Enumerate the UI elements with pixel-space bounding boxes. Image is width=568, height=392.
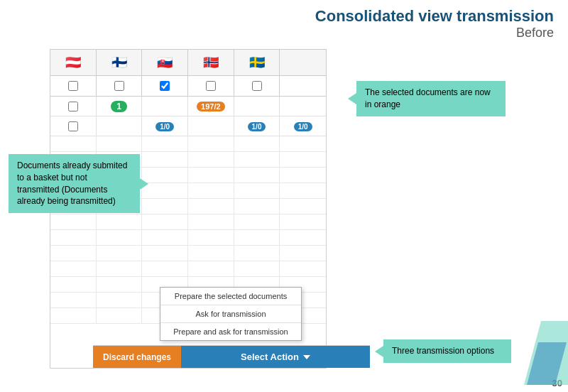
checkbox-1[interactable]	[114, 81, 124, 91]
row2-checkbox[interactable]	[68, 121, 78, 131]
discard-button[interactable]: Discard changes	[93, 346, 181, 368]
data-cell-1-3: 197/2	[188, 97, 234, 116]
data-row-2: 1/0 1/0 1/0	[50, 116, 326, 136]
badge-orange-1: 197/2	[197, 102, 225, 111]
check-cell-2	[142, 76, 188, 96]
badge-blue-2: 1/0	[248, 122, 266, 131]
check-cell-3	[188, 76, 234, 96]
callout-options-text: Three transmission options	[392, 346, 494, 356]
badge-green-1: 1	[111, 101, 127, 112]
callout-docs: Documents already submited to a basket b…	[9, 154, 140, 213]
bottom-bar: Discard changes Select Action	[93, 345, 370, 368]
dropdown-menu: Prepare the selected documents Ask for t…	[160, 287, 302, 341]
callout-arrow-options	[375, 346, 383, 357]
badge-blue-3: 1/0	[294, 122, 312, 131]
select-action-button[interactable]: Select Action	[181, 346, 370, 368]
empty-row-7	[50, 230, 326, 246]
data-cell-2-2: 1/0	[142, 116, 188, 136]
data-cell-1-5	[280, 97, 326, 116]
checkbox-2[interactable]	[160, 81, 170, 91]
data-cell-2-3	[188, 116, 234, 136]
flag-cell-5: 🇸🇪	[234, 50, 280, 75]
check-cell-1	[97, 76, 143, 96]
content-area: 🇦🇹 🇫🇮 🇸🇰 🇳🇴 🇸🇪	[0, 49, 568, 392]
flag-cell-4: 🇳🇴	[188, 50, 234, 75]
data-cell-2-0	[50, 116, 97, 136]
empty-row-9	[50, 261, 326, 277]
empty-row-1	[50, 136, 326, 152]
empty-row-8	[50, 246, 326, 261]
check-cell-0	[50, 76, 97, 96]
callout-orange: The selected documents are now in orange	[356, 81, 506, 116]
corner-decoration	[511, 321, 568, 392]
check-cell-4	[234, 76, 280, 96]
check-cell-5	[280, 76, 326, 96]
title-area: Consolidated view transmission Before	[0, 0, 568, 43]
checkbox-4[interactable]	[252, 81, 262, 91]
flag-cell-1: 🇦🇹	[50, 50, 97, 75]
data-cell-1-2	[142, 97, 188, 116]
data-cell-1-1: 1	[97, 97, 143, 116]
data-cell-1-4	[234, 97, 280, 116]
dropdown-item-3[interactable]: Prepare and ask for transmission	[160, 323, 301, 340]
callout-docs-text: Documents already submited to a basket b…	[17, 160, 127, 206]
callout-arrow-docs	[140, 178, 148, 190]
dropdown-item-1[interactable]: Prepare the selected documents	[160, 288, 301, 305]
checkbox-0[interactable]	[68, 81, 78, 91]
data-cell-2-4: 1/0	[234, 116, 280, 136]
flag-header-row: 🇦🇹 🇫🇮 🇸🇰 🇳🇴 🇸🇪	[50, 50, 326, 76]
empty-row-6	[50, 214, 326, 230]
checkbox-row	[50, 76, 326, 97]
flag-cell-3: 🇸🇰	[142, 50, 188, 75]
data-cell-2-1	[97, 116, 143, 136]
checkbox-3[interactable]	[206, 81, 216, 91]
callout-options: Three transmission options	[383, 339, 511, 363]
callout-arrow-orange	[348, 93, 356, 104]
callout-orange-text: The selected documents are now in orange	[365, 87, 491, 109]
data-cell-2-5: 1/0	[280, 116, 326, 136]
dropdown-item-2[interactable]: Ask for transmission	[160, 305, 301, 323]
flag-cell-6	[280, 50, 326, 75]
chevron-down-icon	[303, 355, 310, 359]
row1-checkbox[interactable]	[68, 102, 78, 111]
flag-cell-2: 🇫🇮	[97, 50, 143, 75]
select-action-label: Select Action	[241, 352, 299, 362]
badge-blue-1: 1/0	[155, 122, 174, 131]
data-row-1: 1 197/2	[50, 97, 326, 116]
data-cell-1-0	[50, 97, 97, 116]
main-title: Consolidated view transmission	[0, 7, 554, 26]
sub-title: Before	[0, 26, 554, 40]
